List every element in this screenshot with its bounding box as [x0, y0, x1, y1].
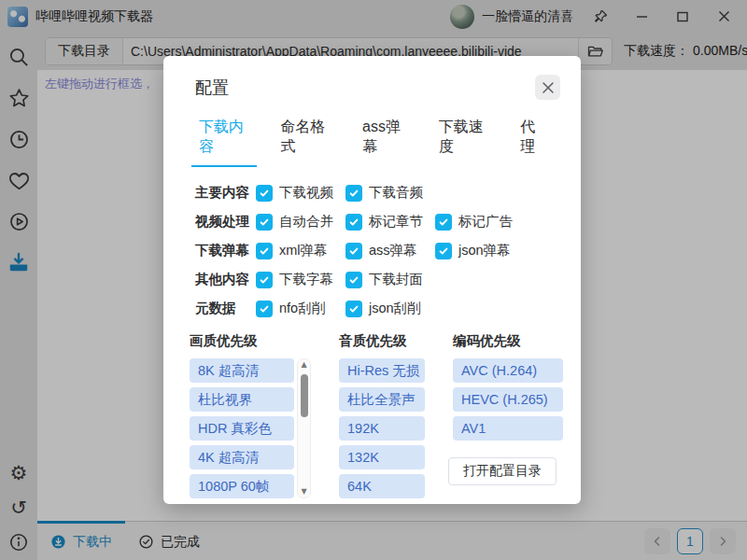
checkbox-rows: 主要内容下载视频下载音频视频处理自动合并标记章节标记广告下载弹幕xml弹幕ass… — [195, 178, 549, 323]
checkbox-checked-icon — [256, 301, 273, 317]
priority-item[interactable]: 1080P 60帧 — [190, 474, 294, 498]
priority-item[interactable]: 8K 超高清 — [190, 358, 294, 383]
option-row-label: 元数据 — [195, 300, 256, 317]
checkbox-option[interactable]: 标记章节 — [345, 213, 435, 231]
priority-item[interactable]: HDR 真彩色 — [190, 416, 294, 441]
checkbox-checked-icon — [256, 272, 273, 288]
checkbox-option[interactable]: json弹幕 — [435, 242, 525, 259]
checkbox-checked-icon — [435, 214, 452, 231]
checkbox-option[interactable]: ass弹幕 — [345, 242, 435, 259]
scroll-down-arrow-icon[interactable]: ▼ — [301, 488, 306, 496]
checkbox-checked-icon — [256, 243, 273, 259]
priority-item[interactable]: 132K — [339, 445, 425, 469]
priority-item[interactable]: 192K — [339, 416, 425, 441]
option-row-label: 下载弹幕 — [195, 242, 256, 259]
checkbox-label: ass弹幕 — [369, 242, 417, 259]
option-row: 主要内容下载视频下载音频 — [195, 178, 549, 207]
scroll-up-arrow-icon[interactable]: ▲ — [301, 361, 306, 369]
checkbox-label: nfo刮削 — [279, 300, 325, 317]
option-row-label: 其他内容 — [195, 271, 256, 288]
checkbox-label: json弹幕 — [458, 242, 511, 259]
checkbox-checked-icon — [345, 214, 362, 231]
priority-item[interactable]: Hi-Res 无损 — [339, 358, 425, 383]
checkbox-checked-icon — [345, 243, 362, 259]
priority-column-title: 画质优先级 — [190, 332, 339, 350]
modal-tab-下载内容[interactable]: 下载内容 — [195, 114, 253, 167]
checkbox-option[interactable]: 下载字幕 — [256, 271, 345, 288]
priority-column-title: 编码优先级 — [453, 332, 574, 350]
priority-item[interactable]: AV1 — [453, 416, 563, 441]
checkbox-checked-icon — [256, 185, 273, 202]
checkbox-label: 标记章节 — [369, 213, 423, 231]
checkbox-option[interactable]: 下载视频 — [256, 184, 345, 202]
modal-tab-命名格式[interactable]: 命名格式 — [277, 114, 335, 167]
app-window: 哔哩哔哩视频下载器 一脸懵逼的清喜 — [0, 0, 747, 560]
checkbox-option[interactable]: nfo刮削 — [256, 300, 345, 317]
option-row-label: 主要内容 — [195, 184, 256, 202]
modal-tab-ass弹幕[interactable]: ass弹幕 — [359, 114, 411, 167]
checkbox-label: json刮削 — [369, 300, 421, 317]
checkbox-label: 下载视频 — [279, 184, 333, 202]
checkbox-label: 下载字幕 — [279, 271, 333, 288]
modal-tabs: 下载内容命名格式ass弹幕下载速度代理 — [195, 114, 549, 167]
priority-list: 8K 超高清杜比视界HDR 真彩色4K 超高清1080P 60帧 — [190, 358, 294, 498]
checkbox-option[interactable]: json刮削 — [345, 300, 435, 317]
priority-column: 音质优先级Hi-Res 无损杜比全景声192K132K64K — [339, 332, 453, 498]
checkbox-option[interactable]: 自动合并 — [256, 213, 345, 231]
priority-item[interactable]: 64K — [339, 474, 425, 498]
scroll-thumb[interactable] — [301, 374, 308, 417]
option-row: 视频处理自动合并标记章节标记广告 — [195, 207, 549, 236]
dialog-title: 配置 — [195, 77, 549, 99]
priority-list: Hi-Res 无损杜比全景声192K132K64K — [339, 358, 425, 498]
open-config-dir-button[interactable]: 打开配置目录 — [448, 457, 557, 485]
checkbox-label: 标记广告 — [458, 213, 513, 231]
dialog-close-button[interactable] — [535, 75, 560, 100]
option-row: 下载弹幕xml弹幕ass弹幕json弹幕 — [195, 236, 549, 265]
checkbox-checked-icon — [435, 243, 452, 259]
checkbox-option[interactable]: xml弹幕 — [256, 242, 345, 259]
priority-item[interactable]: 杜比视界 — [190, 387, 294, 412]
checkbox-option[interactable]: 标记广告 — [435, 213, 525, 231]
priority-item[interactable]: 4K 超高清 — [190, 445, 294, 469]
checkbox-label: 自动合并 — [279, 213, 333, 231]
option-row: 其他内容下载字幕下载封面 — [195, 265, 549, 294]
priority-item[interactable]: 杜比全景声 — [339, 387, 425, 412]
option-row: 元数据nfo刮削json刮削 — [195, 294, 549, 323]
config-dialog: 配置 下载内容命名格式ass弹幕下载速度代理 主要内容下载视频下载音频视频处理自… — [163, 56, 581, 504]
priority-item[interactable]: HEVC (H.265) — [453, 387, 563, 412]
checkbox-label: 下载封面 — [369, 271, 423, 288]
checkbox-label: 下载音频 — [369, 184, 423, 202]
checkbox-checked-icon — [345, 185, 362, 202]
modal-tab-下载速度[interactable]: 下载速度 — [435, 114, 493, 167]
checkbox-option[interactable]: 下载音频 — [345, 184, 435, 202]
checkbox-checked-icon — [256, 214, 273, 231]
checkbox-checked-icon — [345, 301, 362, 317]
checkbox-checked-icon — [345, 272, 362, 288]
checkbox-label: xml弹幕 — [279, 242, 328, 259]
priority-column-title: 音质优先级 — [339, 332, 453, 350]
priority-list: AVC (H.264)HEVC (H.265)AV1 — [453, 358, 563, 441]
priority-column: 画质优先级8K 超高清杜比视界HDR 真彩色4K 超高清1080P 60帧▲▼ — [190, 332, 339, 498]
priority-item[interactable]: AVC (H.264) — [453, 358, 563, 383]
list-scrollbar[interactable]: ▲▼ — [297, 358, 311, 498]
modal-tab-代理[interactable]: 代理 — [516, 114, 549, 167]
option-row-label: 视频处理 — [195, 213, 256, 231]
checkbox-option[interactable]: 下载封面 — [345, 271, 435, 288]
